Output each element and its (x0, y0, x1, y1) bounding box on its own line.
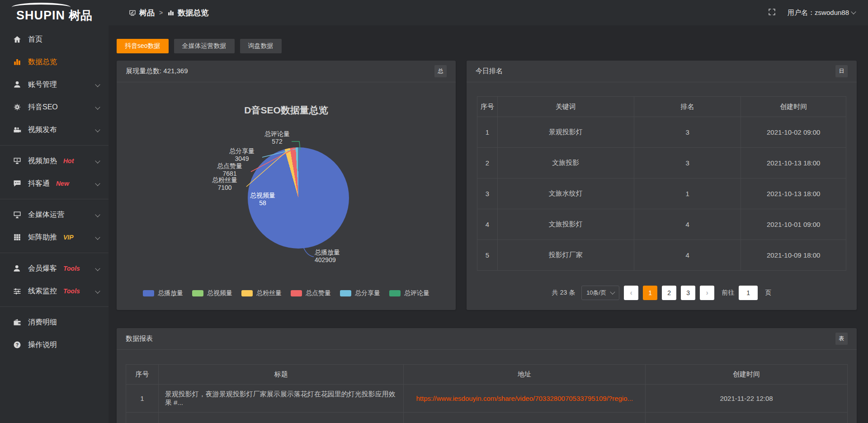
sidebar-item-account-management[interactable]: 账号管理 (0, 73, 108, 96)
legend-item-shares[interactable]: 总分享量 (340, 289, 380, 297)
gear-icon (13, 103, 22, 111)
sidebar-item-all-media[interactable]: 全媒体运营 (0, 203, 108, 226)
tools-badge: Tools (63, 287, 80, 295)
vip-badge: VIP (63, 234, 74, 241)
sidebar-item-clue-monitor[interactable]: 线索监控 Tools (0, 280, 108, 302)
goto-label: 前往 (722, 289, 734, 297)
table-row: 2 文旅投影 3 2021-10-13 18:00 (477, 148, 846, 179)
tab-all-media-data[interactable]: 全媒体运营数据 (174, 39, 235, 53)
sidebar-item-label: 视频发布 (28, 125, 57, 135)
column-header-time: 创建时间 (741, 97, 846, 117)
chevron-down-icon (851, 9, 856, 14)
pie-chart-area: D音SEO数据量总览 总评论量572 总分享量3049 总点赞量7681 (117, 82, 456, 310)
ranking-table: 序号 关键词 排名 创建时间 1 景观投影灯 3 2021-10-02 09:0… (477, 96, 846, 271)
table-toggle-button[interactable]: 表 (835, 333, 848, 345)
sidebar-item-douketong[interactable]: 抖客通 New (0, 172, 108, 195)
sidebar-item-data-overview[interactable]: 数据总览 (0, 51, 108, 73)
sidebar-item-douyin-seo[interactable]: 抖音SEO (0, 96, 108, 118)
table-row (126, 413, 848, 423)
prev-page-button[interactable]: ‹ (624, 286, 638, 300)
total-toggle-button[interactable]: 总 (434, 65, 447, 77)
user-menu[interactable]: 用户名：zswodun88 (788, 9, 855, 17)
legend-item-videos[interactable]: 总视频量 (192, 289, 232, 297)
total-count-label: 共 23 条 (552, 289, 575, 297)
sidebar-divider (0, 306, 108, 307)
video-url-link[interactable]: https://www.iesdouyin.com/share/video/70… (416, 395, 633, 402)
monitor-icon (13, 211, 22, 219)
table-row: 1 景观投影灯，夜游景观投影灯厂家展示展示落花灯在花园里的灯光投影应用效果 #.… (126, 385, 848, 413)
tab-inquiry-data[interactable]: 询盘数据 (240, 39, 282, 53)
legend-item-likes[interactable]: 总点赞量 (291, 289, 331, 297)
sidebar-item-video-publish[interactable]: 视频发布 (0, 118, 108, 141)
member-icon (13, 264, 22, 273)
chevron-down-icon (95, 158, 100, 163)
page-button-1[interactable]: 1 (643, 286, 657, 300)
sidebar-item-label: 抖客通 (28, 179, 50, 188)
home-icon (13, 35, 22, 43)
main-content: 抖音seo数据 全媒体运营数据 询盘数据 展现量总数: 421,369 总 D音… (108, 25, 868, 423)
sidebar-item-label: 视频加热 (28, 156, 57, 166)
page-button-3[interactable]: 3 (681, 286, 695, 300)
logo-text-cn: 树品 (69, 8, 92, 24)
day-toggle-button[interactable]: 日 (835, 65, 848, 77)
report-panel-title: 数据报表 (126, 334, 153, 343)
chevron-down-icon (95, 181, 100, 186)
sidebar-item-member-burst[interactable]: 会员爆客 Tools (0, 257, 108, 280)
fullscreen-icon[interactable] (768, 8, 776, 18)
sidebar-item-label: 全媒体运营 (28, 210, 64, 220)
chevron-down-icon (95, 266, 100, 271)
svg-text:?: ? (16, 342, 19, 348)
monitor-heat-icon (13, 157, 22, 165)
next-page-button[interactable]: › (700, 286, 714, 300)
screen-icon (129, 9, 136, 16)
bar-chart-icon (13, 58, 22, 66)
goto-suffix-label: 页 (765, 289, 771, 297)
table-row: 1 景观投影灯 3 2021-10-02 09:00 (477, 117, 846, 148)
logo-arc (12, 3, 71, 7)
sidebar-item-label: 操作说明 (28, 340, 57, 350)
sidebar-item-label: 首页 (28, 35, 42, 44)
column-header-keyword: 关键词 (497, 97, 634, 117)
table-row: 3 文旅水纹灯 1 2021-10-13 18:00 (477, 179, 846, 209)
breadcrumb-item-data-overview[interactable]: 数据总览 (167, 8, 208, 18)
chevron-down-icon (95, 82, 100, 87)
page-size-select[interactable]: 10条/页 (581, 286, 619, 300)
chevron-down-icon (95, 288, 100, 293)
column-header-time: 创建时间 (646, 365, 848, 385)
sidebar-item-matrix-boost[interactable]: 矩阵助推 VIP (0, 226, 108, 249)
goto-page-input[interactable] (739, 286, 758, 300)
sidebar-item-label: 数据总览 (28, 57, 57, 67)
data-tabs: 抖音seo数据 全媒体运营数据 询盘数据 (117, 39, 857, 53)
sidebar-item-label: 矩阵助推 (28, 233, 57, 242)
sidebar-item-label: 消费明细 (28, 318, 57, 327)
impressions-panel: 展现量总数: 421,369 总 D音SEO数据量总览 总评论量572 总分 (117, 61, 456, 310)
legend-item-fans[interactable]: 总粉丝量 (241, 289, 282, 297)
video-url-cell: https://www.iesdouyin.com/share/video/70… (404, 385, 646, 413)
chevron-down-icon (95, 104, 100, 109)
pie-label-plays: 总播放量402909 (315, 249, 364, 264)
sidebar-item-home[interactable]: 首页 (0, 28, 108, 51)
sidebar-divider (0, 199, 108, 199)
impressions-total-label: 展现量总数: 421,369 (126, 67, 188, 75)
legend-item-plays[interactable]: 总播放量 (143, 289, 183, 297)
sidebar-item-consumption-detail[interactable]: 消费明细 (0, 311, 108, 334)
table-header-row: 序号 标题 地址 创建时间 (126, 365, 848, 385)
page-button-2[interactable]: 2 (662, 286, 676, 300)
sidebar-item-video-heat[interactable]: 视频加热 Hot (0, 150, 108, 172)
column-header-rank: 排名 (634, 97, 741, 117)
chart-legend: 总播放量 总视频量 总粉丝量 总点赞量 总分享量 总评论量 (117, 289, 456, 297)
chevron-down-icon (610, 289, 615, 294)
table-header-row: 序号 关键词 排名 创建时间 (477, 97, 846, 117)
breadcrumb-item-shupin[interactable]: 树品 (129, 8, 155, 18)
bar-chart-icon (167, 9, 175, 16)
user-icon (13, 80, 22, 89)
legend-item-comments[interactable]: 总评论量 (389, 289, 429, 297)
pie-label-videos: 总视频量58 (238, 192, 288, 207)
sidebar-item-label: 线索监控 (28, 287, 57, 296)
pie-label-shares: 总分享量3049 (217, 147, 267, 163)
sidebar-item-instructions[interactable]: ? 操作说明 (0, 334, 108, 356)
sidebar-divider (0, 253, 108, 253)
sidebar-item-label: 账号管理 (28, 80, 57, 89)
tab-douyin-seo-data[interactable]: 抖音seo数据 (117, 39, 169, 53)
column-header-url: 地址 (404, 365, 646, 385)
